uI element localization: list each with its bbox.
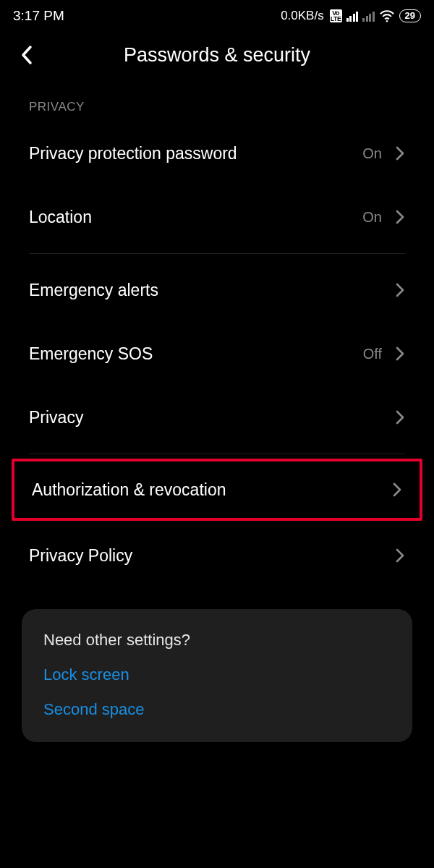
row-label: Privacy Policy [29, 546, 132, 566]
row-authorization-revocation[interactable]: Authorization & revocation [14, 461, 420, 518]
highlight-authorization-revocation: Authorization & revocation [12, 459, 422, 521]
row-value: On [362, 209, 382, 226]
chevron-right-icon [395, 548, 405, 563]
battery-indicator: 29 [399, 9, 421, 22]
row-privacy-protection-password[interactable]: Privacy protection password On [0, 122, 434, 185]
suggest-link-lock-screen[interactable]: Lock screen [43, 665, 391, 684]
row-privacy[interactable]: Privacy [0, 386, 434, 449]
row-location[interactable]: Location On [0, 185, 434, 249]
chevron-right-icon [395, 209, 405, 225]
row-emergency-alerts[interactable]: Emergency alerts [0, 258, 434, 322]
status-net-speed: 0.0KB/s [281, 9, 324, 23]
status-bar: 3:17 PM 0.0KB/s VoLTE 29 [0, 0, 434, 27]
svg-point-0 [386, 20, 388, 22]
suggested-settings-card: Need other settings? Lock screen Second … [22, 609, 412, 742]
chevron-right-icon [395, 282, 405, 298]
chevron-right-icon [395, 346, 405, 362]
row-emergency-sos[interactable]: Emergency SOS Off [0, 322, 434, 386]
row-privacy-policy[interactable]: Privacy Policy [0, 524, 434, 587]
signal-sim1-icon [346, 10, 359, 22]
row-label: Privacy protection password [29, 144, 237, 163]
wifi-icon [379, 9, 395, 22]
section-label-privacy: PRIVACY [0, 82, 434, 122]
app-header: Passwords & security [0, 27, 434, 82]
chevron-right-icon [395, 145, 405, 161]
signal-sim2-icon [362, 10, 375, 22]
chevron-right-icon [392, 482, 402, 498]
row-value: On [362, 145, 382, 162]
divider [29, 454, 405, 454]
divider [29, 253, 405, 254]
chevron-right-icon [395, 409, 405, 425]
row-label: Authorization & revocation [32, 480, 226, 500]
row-value: Off [363, 346, 382, 362]
volte-icon: VoLTE [330, 9, 342, 22]
row-label: Location [29, 208, 92, 227]
page-title: Passwords & security [20, 44, 414, 67]
row-label: Emergency alerts [29, 281, 158, 300]
row-label: Privacy [29, 408, 83, 427]
suggest-link-second-space[interactable]: Second space [43, 700, 391, 719]
status-time: 3:17 PM [13, 8, 64, 24]
suggest-title: Need other settings? [43, 631, 391, 650]
row-label: Emergency SOS [29, 344, 153, 364]
